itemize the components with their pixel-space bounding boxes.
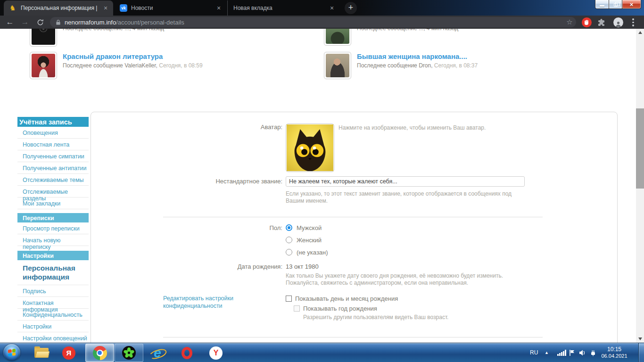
user-avatar-image[interactable] [286, 123, 334, 172]
forum-page: Последнее сообщение ..., 4 мин назад Пос… [0, 29, 644, 343]
reload-button[interactable] [34, 16, 46, 28]
sidebar-item-likes-received[interactable]: Полученные симпатии [17, 150, 89, 162]
green-flower-icon [122, 346, 136, 360]
page-scrollbar[interactable] [636, 29, 644, 343]
taskbar-opera-button[interactable] [173, 344, 200, 362]
radio-label: (не указан) [297, 249, 328, 256]
tab-close-icon[interactable]: × [102, 4, 109, 12]
gender-option-male[interactable]: Мужской [286, 224, 322, 231]
address-bar[interactable]: nenormaforum.info/account/personal-detai… [50, 17, 576, 27]
tab-close-icon[interactable]: × [215, 4, 223, 12]
tray-chevron-up-icon[interactable]: ▲ [545, 350, 549, 355]
sidebar-item-alerts[interactable]: Оповещения [17, 127, 89, 139]
new-tab-button[interactable]: + [345, 2, 357, 14]
tray-clock[interactable]: 10:15 06.04.2021 [600, 346, 629, 359]
tab-new-tab[interactable]: Новая вкладка × [227, 0, 339, 16]
windows-taskbar: Я e Y RU ▲ [0, 343, 644, 362]
radio-selected-icon[interactable] [286, 224, 292, 231]
sidebar-item-start-conversation[interactable]: Начать новую переписку [17, 234, 89, 246]
browser-menu-button[interactable] [632, 18, 634, 28]
checkbox-icon[interactable] [286, 296, 292, 302]
sidebar-item-view-conversations[interactable]: Просмотр переписки [17, 222, 89, 234]
tab-vk-news[interactable]: vk Новости × [114, 0, 226, 16]
sidebar-item-news-feed[interactable]: Новостная лента [17, 139, 89, 150]
thread-avatar[interactable] [324, 29, 351, 46]
triangle-down-icon [638, 337, 642, 340]
thread-meta: Последнее сообщение Dron, Сегодня, в 08:… [357, 62, 478, 69]
thread-last-poster[interactable]: Последнее сообщение ValeriaKeller, [63, 62, 157, 69]
checkbox-label: Показывать год рождения [303, 305, 377, 312]
avatar-image [326, 29, 349, 44]
forum-favicon-icon: ♞ [9, 4, 18, 12]
sidebar-item-personal-details-active[interactable]: Персональная информация [17, 260, 89, 285]
scrollbar-thumb[interactable] [636, 108, 644, 189]
sidebar-item-preferences[interactable]: Настройки [17, 321, 89, 332]
thread-avatar[interactable] [324, 52, 351, 79]
radio-icon[interactable] [286, 249, 292, 255]
taskbar-yandex-old-button[interactable]: Я [56, 344, 82, 362]
section-divider [163, 217, 543, 217]
thread-last-poster[interactable]: Последнее сообщение Dron, [357, 62, 432, 69]
radio-icon[interactable] [286, 237, 292, 243]
thread-meta: Последнее сообщение ValeriaKeller, Сегод… [63, 62, 203, 69]
custom-title-input[interactable] [286, 176, 525, 187]
gender-option-female[interactable]: Женский [286, 236, 322, 244]
language-indicator[interactable]: RU [530, 349, 538, 356]
radio-label: Женский [297, 237, 322, 244]
avatar-image [326, 54, 349, 77]
forward-button[interactable]: → [19, 16, 31, 28]
dob-label: Дата рождения: [138, 263, 282, 270]
window-close-button[interactable]: × [622, 0, 641, 9]
bookmark-star-icon[interactable]: ☆ [564, 17, 575, 27]
taskbar-yandex-browser-button[interactable]: Y [203, 344, 229, 362]
thread-time: Сегодня, в 08:59 [157, 62, 203, 69]
action-center-flag-icon[interactable] [569, 349, 575, 358]
show-day-month-checkbox-row[interactable]: Показывать день и месяц рождения [286, 295, 398, 302]
gender-option-unspecified[interactable]: (не указан) [286, 248, 328, 256]
adblock-extension-icon[interactable] [582, 17, 592, 27]
tab-close-icon[interactable]: × [328, 4, 336, 12]
volume-icon[interactable] [579, 349, 586, 358]
show-year-checkbox-row[interactable]: Показывать год рождения [294, 305, 377, 312]
checkbox-disabled-icon[interactable] [294, 305, 300, 312]
back-button[interactable]: ← [4, 16, 16, 28]
window-minimize-button[interactable] [595, 0, 609, 9]
edit-privacy-settings-link[interactable]: Редактировать настройки конфиденциальнос… [163, 295, 239, 310]
hand-icon [584, 19, 590, 25]
thread-title-link[interactable]: Красный дракон литература [63, 52, 163, 60]
sidebar-item-watched-threads[interactable]: Отслеживаемые темы [17, 174, 89, 186]
tab-title: Новости [131, 5, 212, 11]
taskbar-internet-explorer-button[interactable]: e [144, 344, 171, 362]
browser-profile-button[interactable] [613, 17, 623, 27]
avatar-label: Аватар: [138, 123, 282, 131]
url-host: nenormaforum.info [65, 19, 116, 26]
dob-hint: Как только Вы укажете дату своего дня ро… [286, 272, 526, 287]
tab-personal-info[interactable]: ♞ Персональная информация | Фо × [4, 0, 113, 16]
windows-flag-icon [8, 349, 16, 356]
network-signal-icon[interactable] [557, 350, 566, 356]
thread-title-link[interactable]: Бывшая женщина наркомана.... [357, 52, 467, 60]
safely-remove-hardware-icon[interactable] [589, 349, 596, 358]
thread-avatar[interactable] [30, 29, 57, 47]
sidebar-item-watched-forums[interactable]: Отслеживаемые разделы [17, 186, 89, 197]
explorer-folder-icon [34, 348, 49, 358]
sidebar-item-dislikes-received[interactable]: Полученные антипатии [17, 162, 89, 174]
lock-icon [56, 19, 61, 25]
taskbar-green-flower-app-button[interactable] [115, 344, 143, 362]
scroll-up-button[interactable] [636, 29, 644, 36]
sidebar-item-signature[interactable]: Подпись [17, 285, 89, 297]
sidebar-item-contact-details[interactable]: Контактная информация [17, 297, 89, 309]
scroll-down-button[interactable] [636, 335, 644, 343]
show-desktop-button[interactable] [638, 343, 644, 362]
taskbar-chrome-button[interactable] [85, 344, 114, 362]
tab-title: Персональная информация | Фо [21, 5, 99, 11]
start-button[interactable] [3, 344, 20, 361]
taskbar-explorer-button[interactable] [28, 344, 55, 362]
checkbox-label: Показывать день и месяц рождения [295, 295, 398, 302]
thread-avatar[interactable] [30, 52, 57, 79]
sidebar-header-account: Учётная запись [17, 117, 89, 127]
sidebar-item-alert-preferences[interactable]: Настройки оповещений [17, 332, 89, 343]
window-restore-button[interactable] [609, 0, 622, 9]
section-divider [163, 337, 543, 337]
extensions-puzzle-icon[interactable] [597, 18, 606, 27]
